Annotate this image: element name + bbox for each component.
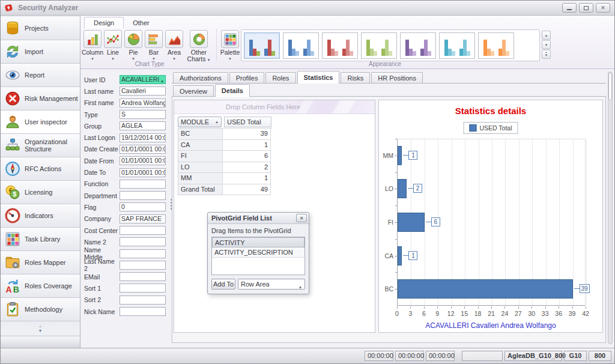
x-axis-tick (586, 306, 586, 309)
type-field[interactable]: S (120, 110, 166, 119)
x-axis-label: 24 (501, 310, 509, 317)
gallery-swatch-red[interactable] (322, 32, 358, 59)
close-button[interactable]: ✕ (596, 3, 610, 13)
ribbon-tab-strip: DesignOther (80, 16, 614, 28)
scroll-down-icon[interactable]: ▾ (39, 329, 41, 333)
sidebar-item-rfc-actions[interactable]: RFC Actions (1, 157, 80, 181)
date-from-field[interactable]: 01/01/0001 00:00: (120, 156, 166, 165)
main-tab-strip: AuthorizationsProfilesRolesStatisticsRis… (172, 70, 606, 83)
sidebar-item-roles-coverage[interactable]: ABRoles Coverage (1, 275, 80, 298)
pivot-drop-zone[interactable]: Drop Column Fields Here (174, 100, 375, 114)
sidebar-item-report[interactable]: Report (1, 64, 80, 87)
pivot-column-used-total[interactable]: USED Total (224, 117, 271, 127)
vertical-scrollbar[interactable] (608, 71, 613, 344)
minimize-button[interactable] (562, 3, 577, 13)
date-to-field[interactable]: 01/01/0001 00:00: (120, 168, 166, 177)
gallery-expand-icon[interactable]: ▾ (542, 50, 551, 59)
ribbon-tab-other[interactable]: Other (124, 17, 159, 28)
sidebar-item-label: Methodology (25, 306, 62, 313)
bar-chart-icon (145, 30, 163, 48)
tab-authorizations[interactable]: Authorizations (173, 72, 228, 83)
pivot-used-cell: 2 (223, 162, 271, 174)
scrollbar-thumb[interactable] (608, 73, 612, 100)
company-field[interactable]: SAP FRANCE (120, 214, 166, 223)
y-axis-tick (395, 289, 397, 290)
first-name-field[interactable]: Andrea Wolfango (120, 99, 166, 108)
subtab-overview[interactable]: Overview (173, 85, 214, 96)
maximize-button[interactable] (579, 3, 593, 13)
pivot-column-module[interactable]: MODULE ▲ (178, 117, 222, 127)
gallery-swatch-teal[interactable] (439, 32, 475, 59)
add-to-button[interactable]: Add To (211, 279, 235, 290)
name-middle-field[interactable] (120, 249, 166, 258)
sort-1-field[interactable] (120, 284, 166, 293)
area-chart-icon (165, 30, 183, 48)
sort-2-field[interactable] (120, 296, 166, 305)
last-logon-field[interactable]: 19/12/2014 00:00: (120, 133, 166, 142)
x-axis-label: 3 (409, 310, 413, 317)
email-field[interactable] (120, 272, 166, 281)
gallery-swatch-orange[interactable] (478, 32, 514, 59)
user-id-field[interactable]: ACAVALLERI▼ (120, 75, 166, 84)
tab-statistics[interactable]: Statistics (297, 71, 340, 83)
ribbon-button-pie[interactable]: Pie▼ (123, 29, 144, 61)
sidebar-item-task-library[interactable]: Task Library (1, 228, 80, 251)
function-field[interactable] (120, 180, 166, 189)
tab-profiles[interactable]: Profiles (229, 72, 265, 83)
chart-caption: ACAVALLERI Cavalleri Andrea Wolfango (379, 321, 602, 330)
tab-hr-positions[interactable]: HR Positions (371, 72, 423, 83)
gallery-swatch-multicolor[interactable] (244, 32, 280, 59)
field-list-item-activity-description[interactable]: ACTIVITY_DESCRIPTION (212, 247, 304, 258)
gallery-swatch-purple[interactable] (400, 32, 436, 59)
sidebar-item-label: Report (25, 71, 44, 79)
sidebar-item-risk-management[interactable]: Risk Management (1, 87, 80, 111)
flag-field[interactable]: 0 (120, 202, 166, 211)
bar-ca (398, 246, 402, 265)
sidebar-item-user-inspector[interactable]: User inspector (1, 111, 80, 134)
tab-risks[interactable]: Risks (341, 72, 370, 83)
tab-roles[interactable]: Roles (265, 72, 295, 83)
area-select[interactable]: Row Area ▼ (238, 279, 305, 290)
group-field[interactable]: AGLEA (120, 121, 166, 130)
gallery-scroll-up-icon[interactable]: ▴ (542, 31, 551, 40)
form-row-date-from: Date From01/01/0001 00:00: (84, 155, 169, 166)
sidebar-item-licensing[interactable]: €$Licensing (1, 181, 80, 204)
bar-mm (398, 146, 402, 165)
gallery-swatch-green[interactable] (361, 32, 397, 59)
tab-page: AuthorizationsProfilesRolesStatisticsRis… (172, 70, 606, 343)
dialog-title-bar: PivotGrid Field List ✕ (208, 213, 309, 224)
sidebar-item-import[interactable]: Import (1, 40, 80, 64)
main-area: User IDACAVALLERI▼Last nameCavalleriFirs… (80, 69, 614, 348)
chevron-down-icon: ▼ (298, 283, 302, 293)
ribbon-button-bar[interactable]: Bar▼ (144, 29, 164, 61)
name-2-field[interactable] (120, 237, 166, 246)
sidebar-item-organizational-structure[interactable]: Organizational Structure (1, 134, 80, 157)
sidebar-items: ProjectsImportReportRisk ManagementUser … (1, 17, 80, 321)
x-axis-tick (559, 306, 559, 309)
sidebar-item-methodology[interactable]: Methodology (1, 298, 80, 321)
department-field[interactable] (120, 191, 166, 200)
date-create-field[interactable]: 01/01/0001 00:00: (120, 145, 166, 154)
sidebar-item-indicators[interactable]: Indicators (1, 204, 80, 228)
sidebar-item-roles-mapper[interactable]: Roles Mapper (1, 251, 80, 275)
last-name-field[interactable]: Cavalleri (120, 86, 166, 96)
x-axis-tick (437, 306, 438, 309)
last-name-2-field[interactable] (120, 261, 166, 270)
nick-name-field[interactable] (120, 307, 166, 316)
field-label: Type (84, 111, 120, 118)
ribbon-button-line[interactable]: Line▼ (103, 29, 123, 61)
sidebar-item-projects[interactable]: Projects (1, 17, 80, 40)
palette-button[interactable]: Palette▼ (220, 29, 240, 61)
ribbon-button-area[interactable]: Area▼ (164, 29, 184, 61)
field-list-item-activity[interactable]: ACTIVITY (212, 237, 304, 247)
cost-center-field[interactable] (120, 226, 166, 235)
ribbon-tab-design[interactable]: Design (84, 17, 124, 28)
dialog-footer: Add To Row Area ▼ (211, 279, 305, 290)
ribbon-button-other-charts[interactable]: Other Charts▼ (184, 29, 213, 64)
donut-chart-icon (190, 30, 208, 48)
gallery-scroll-down-icon[interactable]: ▾ (542, 40, 551, 49)
subtab-details[interactable]: Details (215, 84, 250, 97)
close-icon[interactable]: ✕ (296, 214, 307, 222)
gallery-swatch-blue[interactable] (283, 32, 319, 59)
ribbon-button-column[interactable]: Column▼ (82, 29, 103, 61)
